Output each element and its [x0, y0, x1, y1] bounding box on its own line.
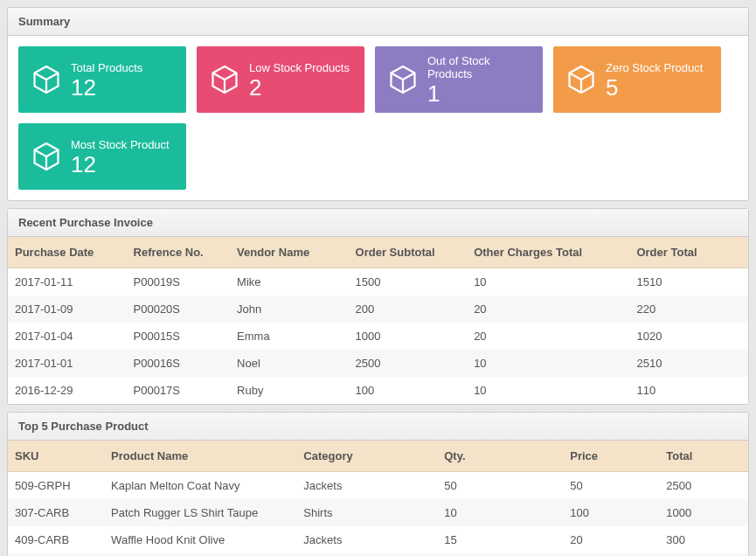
- table-cell: Emma: [230, 323, 349, 350]
- table-cell: Ruby: [230, 377, 349, 404]
- table-cell: 1000: [659, 499, 748, 526]
- table-row[interactable]: 2017-01-01P00016SNoel2500102510: [8, 350, 748, 377]
- table-cell: P00020S: [127, 295, 231, 323]
- table-cell: P00016S: [127, 350, 231, 377]
- column-header: Vendor Name: [230, 237, 349, 268]
- table-cell: 10: [437, 499, 563, 526]
- table-cell: 1510: [629, 268, 748, 296]
- table-cell: 2017-01-04: [8, 323, 127, 350]
- table-cell: 110: [629, 377, 748, 404]
- table-cell: P00015S: [127, 323, 231, 350]
- table-cell: 2017-01-01: [8, 350, 127, 377]
- box-icon: [29, 139, 64, 174]
- table-row[interactable]: 409-CARBWaffle Hood Knit OliveJackets152…: [8, 526, 748, 553]
- table-cell: Patch Rugger LS Shirt Taupe: [104, 499, 296, 526]
- table-row[interactable]: 2017-01-11P00019SMike1500101510: [8, 268, 748, 296]
- card-value: 12: [71, 76, 176, 99]
- card-text: Low Stock Products2: [249, 61, 354, 99]
- top-products-panel: Top 5 Purchase Product SKUProduct NameCa…: [7, 412, 749, 556]
- table-header-row: Purchase DateRefrence No.Vendor NameOrde…: [8, 237, 748, 268]
- column-header: Refrence No.: [127, 237, 231, 268]
- table-header-row: SKUProduct NameCategoryQty.PriceTotal: [8, 441, 748, 472]
- column-header: Other Charges Total: [467, 237, 629, 268]
- table-cell: 2510: [629, 350, 748, 377]
- table-cell: Kaplan Melton Coat Navy: [104, 472, 296, 500]
- table-cell: P00019S: [127, 268, 231, 296]
- card-value: 1: [427, 82, 532, 105]
- table-row[interactable]: 2017-01-09P00020SJohn20020220: [8, 295, 748, 323]
- table-cell: Waffle Hood Knit Olive: [104, 526, 296, 553]
- column-header: Price: [563, 441, 659, 472]
- recent-purchase-table: Purchase DateRefrence No.Vendor NameOrde…: [8, 237, 748, 404]
- card-value: 5: [606, 76, 711, 99]
- table-cell: 10: [467, 350, 629, 377]
- table-cell: 100: [349, 377, 468, 404]
- table-cell: 10: [467, 377, 629, 404]
- table-row[interactable]: 2016-12-29P00017SRuby10010110: [8, 377, 748, 404]
- card-value: 2: [249, 76, 354, 99]
- table-cell: 409-CARB: [8, 526, 104, 553]
- top-products-header: Top 5 Purchase Product: [8, 413, 748, 441]
- table-cell: 50: [563, 472, 659, 500]
- summary-card[interactable]: Most Stock Product12: [18, 123, 186, 190]
- table-cell: 220: [629, 295, 748, 323]
- summary-cards: Total Products12Low Stock Products2Out o…: [18, 46, 738, 190]
- summary-card[interactable]: Out of Stock Products1: [375, 46, 543, 113]
- column-header: Product Name: [104, 441, 296, 472]
- table-cell: 1000: [349, 323, 468, 350]
- top-products-table: SKUProduct NameCategoryQty.PriceTotal 50…: [8, 441, 748, 556]
- table-row[interactable]: 307-CARBPatch Rugger LS Shirt TaupeShirt…: [8, 499, 748, 526]
- table-row[interactable]: 509-GRPHKaplan Melton Coat NavyJackets50…: [8, 472, 748, 500]
- table-cell: 2016-12-29: [8, 377, 127, 404]
- table-cell: 200: [349, 295, 468, 323]
- column-header: Category: [296, 441, 437, 472]
- card-label: Most Stock Product: [71, 138, 176, 151]
- box-icon: [29, 62, 64, 97]
- card-label: Low Stock Products: [249, 61, 354, 74]
- table-cell: Noel: [230, 350, 349, 377]
- table-cell: 10: [467, 268, 629, 296]
- table-cell: 300: [659, 526, 748, 553]
- column-header: Qty.: [437, 441, 563, 472]
- box-icon: [207, 62, 242, 97]
- table-cell: 100: [563, 499, 659, 526]
- table-cell: 1500: [349, 268, 468, 296]
- box-icon: [385, 62, 420, 97]
- summary-card[interactable]: Low Stock Products2: [197, 46, 364, 113]
- table-cell: John: [230, 295, 349, 323]
- table-cell: Mike: [230, 268, 349, 296]
- column-header: Order Subtotal: [349, 237, 468, 268]
- card-value: 12: [71, 153, 176, 176]
- recent-purchase-panel: Recent Purchase Invoice Purchase DateRef…: [7, 208, 749, 405]
- table-cell: 2017-01-09: [8, 295, 127, 323]
- table-cell: 2500: [349, 350, 468, 377]
- column-header: Purchase Date: [8, 237, 127, 268]
- table-cell: Shirts: [296, 499, 437, 526]
- card-label: Total Products: [71, 61, 176, 74]
- card-label: Zero Stock Product: [606, 61, 711, 74]
- column-header: Total: [659, 441, 748, 472]
- column-header: Order Total: [629, 237, 748, 268]
- recent-purchase-header: Recent Purchase Invoice: [8, 209, 748, 237]
- table-cell: 15: [437, 526, 563, 553]
- card-text: Zero Stock Product5: [606, 61, 711, 99]
- summary-card[interactable]: Zero Stock Product5: [553, 46, 721, 113]
- summary-header: Summary: [8, 8, 748, 36]
- table-cell: 20: [467, 323, 629, 350]
- summary-panel: Summary Total Products12Low Stock Produc…: [7, 7, 749, 201]
- card-text: Most Stock Product12: [71, 138, 176, 176]
- table-cell: Jackets: [296, 526, 437, 553]
- table-row[interactable]: 2017-01-04P00015SEmma1000201020: [8, 323, 748, 350]
- table-cell: 20: [467, 295, 629, 323]
- table-cell: P00017S: [127, 377, 231, 404]
- summary-card[interactable]: Total Products12: [18, 46, 186, 113]
- summary-body: Total Products12Low Stock Products2Out o…: [8, 36, 748, 200]
- table-cell: 1020: [629, 323, 748, 350]
- table-cell: 509-GRPH: [8, 472, 104, 500]
- card-text: Total Products12: [71, 61, 176, 99]
- table-cell: 20: [563, 526, 659, 553]
- box-icon: [564, 62, 599, 97]
- table-cell: 2017-01-11: [8, 268, 127, 296]
- column-header: SKU: [8, 441, 104, 472]
- table-cell: Jackets: [296, 472, 437, 500]
